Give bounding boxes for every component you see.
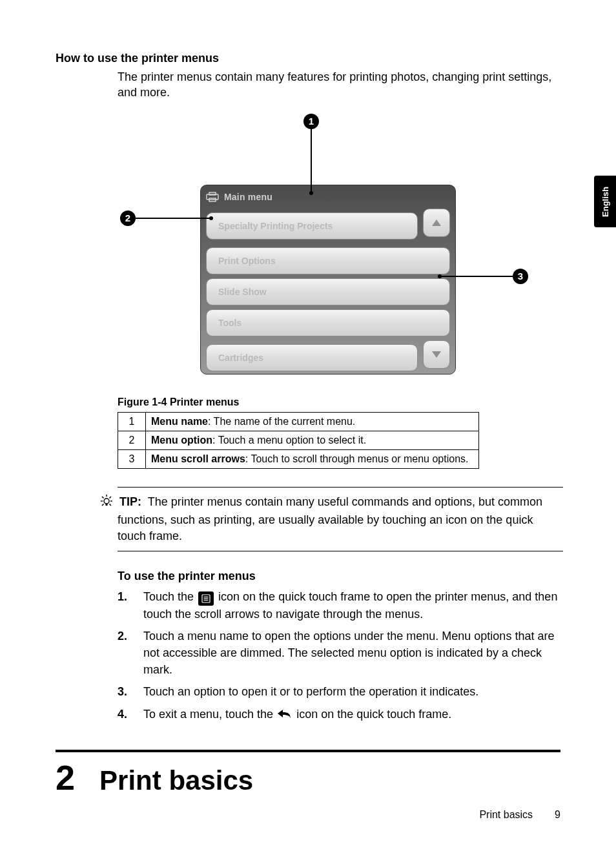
chapter-heading: 2 Print basics bbox=[56, 757, 560, 797]
figure-caption: Figure 1-4 Printer menus bbox=[118, 396, 560, 408]
list-item: 1. Touch the icon on the quick touch fra… bbox=[118, 588, 560, 622]
legend-text: Menu scroll arrows: Touch to scroll thro… bbox=[146, 449, 479, 468]
table-row: 2 Menu option: Touch a menu option to se… bbox=[118, 431, 479, 449]
svg-rect-1 bbox=[209, 192, 216, 195]
list-item: 4. To exit a menu, touch the icon on the… bbox=[118, 706, 560, 725]
svg-marker-4 bbox=[432, 351, 441, 358]
list-item: 3. Touch an option to open it or to perf… bbox=[118, 683, 560, 700]
svg-line-11 bbox=[110, 497, 112, 498]
menu-option[interactable]: Cartridges bbox=[206, 344, 418, 371]
callout-1: 1 bbox=[303, 114, 319, 129]
tip-block: TIP: The printer menus contain many usef… bbox=[118, 487, 563, 551]
leader-dot bbox=[309, 191, 313, 195]
menu-option[interactable]: Specialty Printing Projects bbox=[206, 212, 418, 240]
screen-title: Main menu bbox=[224, 192, 272, 202]
footer-section: Print basics bbox=[479, 809, 533, 821]
figure-printer-menus: 1 2 3 Main menu bbox=[118, 114, 531, 385]
printer-icon bbox=[206, 192, 219, 202]
menu-option[interactable]: Slide Show bbox=[206, 278, 450, 305]
leader-line bbox=[440, 276, 513, 277]
tip-icon bbox=[99, 494, 114, 513]
legend-text: Menu option: Touch a menu option to sele… bbox=[146, 431, 479, 449]
step-number: 3. bbox=[118, 683, 132, 700]
step-number: 4. bbox=[118, 706, 132, 725]
legend-table: 1 Menu name: The name of the current men… bbox=[118, 412, 479, 469]
legend-number: 3 bbox=[118, 449, 146, 468]
callout-2: 2 bbox=[120, 211, 136, 226]
leader-dot bbox=[438, 274, 442, 278]
legend-number: 2 bbox=[118, 431, 146, 449]
step-text: Touch a menu name to open the options un… bbox=[143, 628, 560, 678]
printer-screen: Main menu Specialty Printing Projects Pr… bbox=[200, 185, 456, 375]
leader-line bbox=[136, 218, 210, 219]
section-heading: How to use the printer menus bbox=[56, 52, 560, 65]
step-text: Touch an option to open it or to perform… bbox=[143, 683, 560, 700]
callout-3: 3 bbox=[513, 269, 528, 284]
chapter-number: 2 bbox=[56, 757, 75, 797]
table-row: 1 Menu name: The name of the current men… bbox=[118, 412, 479, 431]
svg-rect-6 bbox=[106, 504, 108, 506]
intro-paragraph: The printer menus contain many features … bbox=[118, 69, 560, 101]
step-text: Touch the icon on the quick touch frame … bbox=[143, 588, 560, 622]
step-number: 2. bbox=[118, 628, 132, 678]
footer-page-number: 9 bbox=[555, 809, 560, 821]
svg-line-13 bbox=[110, 504, 112, 506]
svg-line-12 bbox=[102, 504, 104, 506]
chapter-title: Print basics bbox=[99, 765, 253, 796]
leader-line bbox=[311, 129, 312, 192]
svg-line-10 bbox=[102, 497, 104, 498]
chapter-rule bbox=[56, 750, 560, 752]
menu-option[interactable]: Tools bbox=[206, 309, 450, 336]
scroll-up-button[interactable] bbox=[423, 209, 450, 237]
list-item: 2. Touch a menu name to open the options… bbox=[118, 628, 560, 678]
leader-dot bbox=[209, 216, 213, 220]
tip-label: TIP: bbox=[119, 495, 141, 508]
triangle-up-icon bbox=[431, 219, 442, 227]
menu-icon bbox=[198, 591, 214, 606]
language-tab: English bbox=[594, 176, 616, 227]
page-footer: Print basics 9 bbox=[479, 809, 560, 821]
language-tab-label: English bbox=[601, 187, 610, 217]
triangle-down-icon bbox=[431, 351, 442, 358]
legend-number: 1 bbox=[118, 412, 146, 431]
procedure-heading: To use the printer menus bbox=[118, 570, 560, 583]
step-text: To exit a menu, touch the icon on the qu… bbox=[143, 706, 560, 725]
legend-text: Menu name: The name of the current menu. bbox=[146, 412, 479, 431]
svg-point-5 bbox=[104, 498, 109, 504]
svg-marker-3 bbox=[432, 220, 441, 226]
scroll-down-button[interactable] bbox=[423, 340, 450, 369]
back-icon bbox=[276, 708, 293, 725]
step-number: 1. bbox=[118, 588, 132, 622]
steps-list: 1. Touch the icon on the quick touch fra… bbox=[118, 588, 560, 725]
tip-text: The printer menus contain many useful co… bbox=[118, 495, 542, 543]
table-row: 3 Menu scroll arrows: Touch to scroll th… bbox=[118, 449, 479, 468]
menu-option[interactable]: Print Options bbox=[206, 247, 450, 274]
